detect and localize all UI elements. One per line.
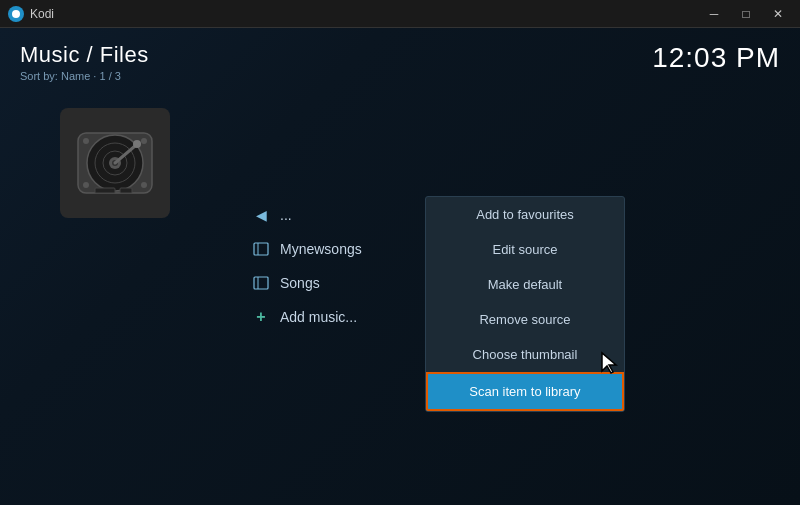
close-button[interactable]: ✕ [764, 4, 792, 24]
svg-rect-12 [95, 188, 115, 193]
title-bar: Kodi ─ □ ✕ [0, 0, 800, 28]
ctx-choose-thumbnail[interactable]: Choose thumbnail [426, 337, 624, 372]
back-icon: ◀ [252, 206, 270, 224]
list-item-add-music[interactable]: + Add music... [240, 300, 400, 334]
page-title: Music / Files [20, 42, 149, 68]
window-title: Kodi [30, 7, 54, 21]
ctx-make-default[interactable]: Make default [426, 267, 624, 302]
app-icon-inner [12, 10, 20, 18]
hdd-svg [70, 118, 160, 208]
hdd-icon [60, 108, 170, 218]
maximize-button[interactable]: □ [732, 4, 760, 24]
ctx-remove-source[interactable]: Remove source [426, 302, 624, 337]
svg-point-8 [83, 138, 89, 144]
list-item-songs[interactable]: Songs [240, 266, 400, 300]
svg-rect-16 [254, 277, 268, 289]
window-controls: ─ □ ✕ [700, 4, 792, 24]
ctx-scan-library[interactable]: Scan item to library [426, 372, 624, 411]
svg-point-7 [133, 140, 141, 148]
ctx-add-favourites[interactable]: Add to favourites [426, 197, 624, 232]
clock-display: 12:03 PM [652, 42, 780, 74]
minimize-button[interactable]: ─ [700, 4, 728, 24]
svg-point-11 [141, 182, 147, 188]
file-list: ◀ ... Mynewsongs Songs + Add music... [240, 198, 400, 334]
list-item-label: ... [280, 207, 292, 223]
svg-point-10 [83, 182, 89, 188]
add-icon: + [252, 308, 270, 326]
music-icon-2 [252, 274, 270, 292]
list-item-back[interactable]: ◀ ... [240, 198, 400, 232]
list-item-label: Mynewsongs [280, 241, 362, 257]
svg-point-9 [141, 138, 147, 144]
context-menu: Add to favourites Edit source Make defau… [425, 196, 625, 412]
list-item-label: Songs [280, 275, 320, 291]
svg-rect-13 [120, 188, 132, 193]
list-item-label: Add music... [280, 309, 357, 325]
titlebar-left: Kodi [8, 6, 54, 22]
main-content: Music / Files Sort by: Name · 1 / 3 12:0… [0, 28, 800, 505]
page-header: Music / Files Sort by: Name · 1 / 3 [20, 42, 149, 82]
music-icon-1 [252, 240, 270, 258]
page-subtitle: Sort by: Name · 1 / 3 [20, 70, 149, 82]
list-item-mynewsongs[interactable]: Mynewsongs [240, 232, 400, 266]
hdd-area [60, 108, 170, 218]
app-icon [8, 6, 24, 22]
ctx-edit-source[interactable]: Edit source [426, 232, 624, 267]
svg-rect-14 [254, 243, 268, 255]
